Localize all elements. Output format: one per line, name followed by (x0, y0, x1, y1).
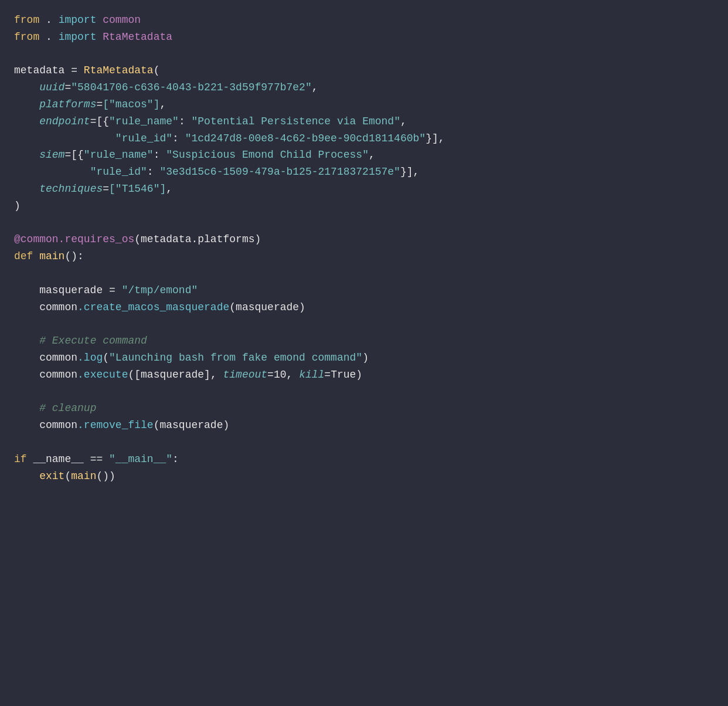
code-token: __name__ == (27, 453, 109, 465)
code-token: @common.requires_os (14, 233, 134, 245)
code-token: metadata.platforms (141, 233, 254, 245)
code-line: # cleanup (14, 400, 714, 417)
code-token: common (14, 369, 77, 381)
code-token: from (14, 14, 39, 26)
code-token: ) (362, 352, 369, 364)
code-token: "rule_name" (84, 149, 154, 161)
code-token: ( (134, 233, 141, 245)
code-token: = (64, 82, 71, 93)
code-token (33, 250, 39, 262)
code-token: ( (154, 65, 160, 76)
code-token: # cleanup (39, 402, 96, 414)
code-token: "1cd247d8-00e8-4c62-b9ee-90cd1811460b" (185, 133, 426, 144)
code-token: =[{ (64, 149, 83, 161)
code-token: RtaMetadata (84, 65, 154, 76)
code-token: (masquerade) (154, 419, 230, 431)
code-line: from . import RtaMetadata (14, 29, 714, 46)
code-token: import (59, 31, 97, 43)
code-token: common (14, 352, 77, 364)
code-line: if __name__ == "__main__": (14, 451, 714, 468)
code-line: metadata = RtaMetadata( (14, 62, 714, 79)
code-token: (masquerade) (229, 301, 305, 313)
code-token (14, 149, 39, 161)
code-token: }], (400, 166, 419, 178)
code-token: =True) (324, 369, 362, 381)
code-token (14, 402, 39, 414)
code-token: ["macos"] (103, 99, 159, 110)
code-token (14, 166, 90, 178)
code-token: =10, (267, 369, 299, 381)
code-token: = (96, 99, 103, 110)
code-token: from (14, 31, 39, 43)
code-token: ()) (96, 470, 115, 482)
code-token: "/tmp/emond" (122, 284, 198, 296)
code-line (14, 46, 714, 63)
code-token: kill (299, 369, 324, 381)
code-line: endpoint=[{"rule_name": "Potential Persi… (14, 113, 714, 130)
code-token: masquerade = (14, 284, 122, 296)
code-token: , (369, 149, 375, 161)
code-token: siem (39, 149, 64, 161)
code-token: , (400, 116, 407, 127)
code-token: ( (64, 470, 71, 482)
code-line: "rule_id": "1cd247d8-00e8-4c62-b9ee-90cd… (14, 130, 714, 147)
code-token: : (179, 116, 192, 127)
code-token: common (14, 419, 77, 431)
code-token (14, 82, 39, 93)
code-token: main (39, 250, 64, 262)
code-token (96, 14, 103, 26)
code-token: : (154, 149, 166, 161)
code-token: ["T1546"] (109, 183, 166, 195)
code-token: ) (14, 200, 21, 212)
code-line (14, 215, 714, 232)
code-editor: from . import commonfrom . import RtaMet… (14, 12, 714, 484)
code-token: .create_macos_masquerade (77, 301, 229, 313)
code-token (14, 99, 39, 110)
code-token: "rule_id" (90, 166, 147, 178)
code-token: common (14, 301, 77, 313)
code-token: exit (39, 470, 64, 482)
code-token: "3e3d15c6-1509-479a-b125-21718372157e" (159, 166, 400, 178)
code-line (14, 265, 714, 282)
code-token: "rule_name" (109, 116, 179, 127)
code-line: common.create_macos_masquerade(masquerad… (14, 299, 714, 316)
code-token: techniques (39, 183, 103, 195)
code-line: common.log("Launching bash from fake emo… (14, 349, 714, 366)
code-token: timeout (223, 369, 267, 381)
code-token: "Launching bash from fake emond command" (109, 352, 362, 364)
code-token: RtaMetadata (103, 31, 172, 43)
code-token: =[{ (90, 116, 109, 127)
code-token: = (103, 183, 109, 195)
code-token: common (103, 14, 141, 26)
code-token: .execute (77, 369, 128, 381)
code-token: "Suspicious Emond Child Process" (166, 149, 369, 161)
code-token: ( (103, 352, 109, 364)
code-token (14, 183, 39, 195)
code-token: "Potential Persistence via Emond" (191, 116, 400, 127)
code-token: if (14, 453, 27, 465)
code-token: "58041706-c636-4043-b221-3d59f977b7e2" (71, 82, 311, 93)
code-line: siem=[{"rule_name": "Suspicious Emond Ch… (14, 147, 714, 164)
code-token (14, 133, 115, 144)
code-token: : (147, 166, 160, 178)
code-line: platforms=["macos"], (14, 96, 714, 113)
code-token: ([masquerade], (128, 369, 223, 381)
code-token: ) (254, 233, 261, 245)
code-line: techniques=["T1546"], (14, 181, 714, 198)
code-token: metadata = (14, 65, 84, 76)
code-token (96, 31, 103, 43)
code-token: .log (77, 352, 103, 364)
code-token (14, 470, 39, 482)
code-line: masquerade = "/tmp/emond" (14, 282, 714, 299)
code-line: def main(): (14, 248, 714, 265)
code-token: , (166, 183, 172, 195)
code-token: uuid (39, 82, 64, 93)
code-token: def (14, 250, 33, 262)
code-line: from . import common (14, 12, 714, 29)
code-token: "rule_id" (115, 133, 172, 144)
code-token: import (59, 14, 97, 26)
code-token: platforms (39, 99, 96, 110)
code-token: : (172, 133, 185, 144)
code-token: . (39, 14, 58, 26)
code-token: (): (64, 250, 83, 262)
